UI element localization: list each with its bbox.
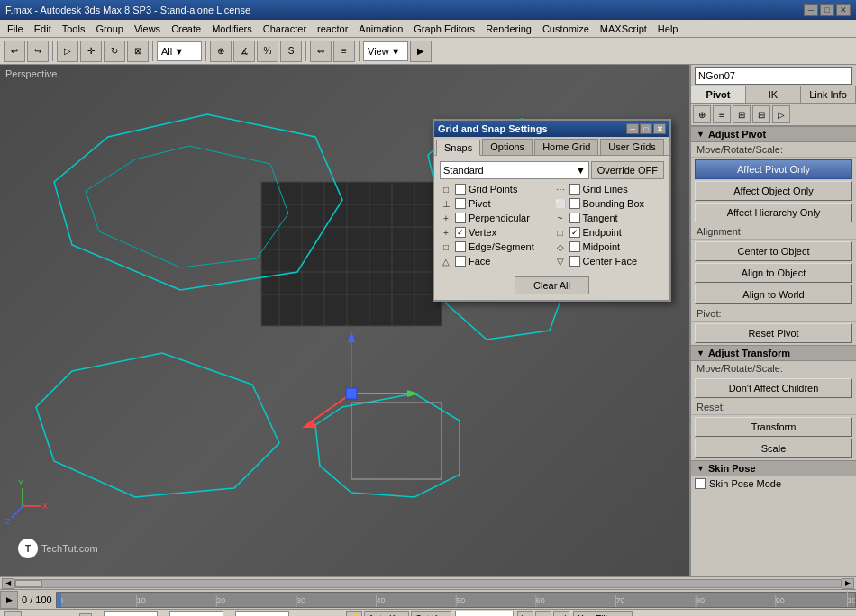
- align-button[interactable]: ≡: [333, 41, 355, 62]
- transform-button[interactable]: Transform: [695, 417, 852, 437]
- close-button[interactable]: ✕: [836, 4, 851, 16]
- status-icon[interactable]: ▶: [4, 611, 22, 617]
- dialog-max-button[interactable]: □: [640, 123, 652, 134]
- object-name-input[interactable]: [695, 67, 852, 85]
- scroll-thumb[interactable]: [15, 580, 42, 587]
- angle-snap-button[interactable]: ∡: [233, 41, 255, 62]
- set-key-button[interactable]: Set Key: [411, 611, 451, 617]
- panel-icon-3[interactable]: ⊞: [733, 105, 751, 123]
- auto-key-button[interactable]: Auto Key: [364, 611, 410, 617]
- endpoint-checkbox[interactable]: ✓: [569, 227, 580, 238]
- bounding-box-checkbox[interactable]: [569, 198, 580, 209]
- panel-icon-4[interactable]: ⊟: [752, 105, 770, 123]
- percent-snap-button[interactable]: %: [257, 41, 278, 62]
- affect-hierarchy-only-button[interactable]: Affect Hierarchy Only: [695, 203, 852, 222]
- timeline-playhead[interactable]: [57, 593, 61, 607]
- menu-animation[interactable]: Animation: [353, 20, 408, 38]
- panel-icon-2[interactable]: ≡: [713, 105, 731, 123]
- spinner-snap-button[interactable]: S: [280, 41, 302, 62]
- menu-character[interactable]: Character: [258, 20, 312, 38]
- perpendicular-checkbox[interactable]: [455, 213, 466, 223]
- minimize-button[interactable]: ─: [804, 4, 818, 16]
- vertex-checkbox[interactable]: ✓: [455, 227, 466, 238]
- menu-rendering[interactable]: Rendering: [480, 20, 537, 38]
- scroll-right-button[interactable]: ▶: [842, 578, 854, 589]
- undo-button[interactable]: ↩: [4, 41, 25, 62]
- dialog-tab-options[interactable]: Options: [482, 139, 533, 155]
- tangent-checkbox[interactable]: [569, 213, 580, 223]
- timeline-play-button[interactable]: ▶: [0, 591, 18, 609]
- menu-create[interactable]: Create: [166, 20, 206, 38]
- timeline-track[interactable]: 0 10 20 30 40 50 60 70 80 90 1: [56, 592, 856, 608]
- reset-pivot-button[interactable]: Reset Pivot: [695, 323, 852, 343]
- key-icon[interactable]: 🔑: [346, 611, 362, 617]
- affect-object-only-button[interactable]: Affect Object Only: [695, 181, 852, 201]
- render-dropdown[interactable]: View ▼: [363, 41, 408, 61]
- override-button[interactable]: Override OFF: [591, 161, 664, 179]
- z-value-input[interactable]: [235, 611, 289, 617]
- affect-pivot-only-button[interactable]: Affect Pivot Only: [695, 159, 852, 179]
- tab-ik[interactable]: IK: [746, 86, 801, 103]
- prev-frame-button[interactable]: |◀: [517, 611, 533, 617]
- dialog-tab-home-grid[interactable]: Home Grid: [534, 139, 598, 155]
- panel-icon-1[interactable]: ⊕: [693, 105, 711, 123]
- scroll-left-button[interactable]: ◀: [2, 578, 14, 589]
- redo-button[interactable]: ↪: [27, 41, 49, 62]
- selected-dropdown[interactable]: Selected: [455, 611, 514, 617]
- rotate-button[interactable]: ↻: [104, 41, 125, 62]
- dialog-min-button[interactable]: ─: [626, 123, 639, 134]
- menu-group[interactable]: Group: [90, 20, 129, 38]
- next-frame-button[interactable]: ▶|: [553, 611, 569, 617]
- align-to-world-button[interactable]: Align to World: [695, 285, 852, 304]
- menu-tools[interactable]: Tools: [57, 20, 91, 38]
- center-face-checkbox[interactable]: [569, 256, 580, 267]
- svg-text:60: 60: [535, 596, 544, 605]
- menu-graph-editors[interactable]: Graph Editors: [408, 20, 480, 38]
- select-button[interactable]: ▷: [57, 41, 78, 62]
- snap-toggle-button[interactable]: ⊕: [210, 41, 232, 62]
- h-scrollbar[interactable]: ◀ ▶: [0, 576, 856, 589]
- menu-help[interactable]: Help: [652, 20, 684, 38]
- watermark-logo: T: [18, 539, 38, 558]
- menu-views[interactable]: Views: [129, 20, 166, 38]
- menu-file[interactable]: File: [2, 20, 29, 38]
- align-to-object-button[interactable]: Align to Object: [695, 263, 852, 283]
- menu-maxscript[interactable]: MAXScript: [595, 20, 652, 38]
- menu-edit[interactable]: Edit: [29, 20, 57, 38]
- tab-pivot[interactable]: Pivot: [691, 86, 746, 103]
- snap-item-bounding-box: ⬜ Bounding Box: [554, 197, 665, 210]
- menu-reactor[interactable]: reactor: [312, 20, 353, 38]
- x-value-input[interactable]: [104, 611, 158, 617]
- grid-points-checkbox[interactable]: [455, 184, 466, 195]
- menu-modifiers[interactable]: Modifiers: [206, 20, 258, 38]
- dialog-close-button[interactable]: ✕: [653, 123, 666, 134]
- dont-affect-children-button[interactable]: Don't Affect Children: [695, 378, 852, 398]
- key-filters-button[interactable]: Key Filters...: [573, 611, 633, 617]
- center-to-object-button[interactable]: Center to Object: [695, 241, 852, 261]
- filter-dropdown[interactable]: All ▼: [157, 41, 202, 61]
- skin-pose-mode-checkbox[interactable]: [695, 478, 706, 489]
- move-button[interactable]: ✛: [80, 41, 102, 62]
- maximize-button[interactable]: □: [820, 4, 834, 16]
- panel-icon-5[interactable]: ▷: [772, 105, 790, 123]
- viewport[interactable]: Perspective: [0, 65, 689, 576]
- midpoint-checkbox[interactable]: [569, 241, 580, 252]
- grid-lines-checkbox[interactable]: [569, 184, 580, 195]
- dialog-tab-snaps[interactable]: Snaps: [436, 140, 480, 156]
- scale-reset-button[interactable]: Scale: [695, 439, 852, 458]
- snap-type-dropdown[interactable]: Standard ▼: [440, 161, 589, 179]
- y-value-input[interactable]: [169, 611, 223, 617]
- edge-segment-checkbox[interactable]: [455, 241, 466, 252]
- clear-all-button[interactable]: Clear All: [515, 276, 589, 294]
- pivot-checkbox[interactable]: [455, 198, 466, 209]
- dialog-tab-user-grids[interactable]: User Grids: [600, 139, 664, 155]
- mirror-button[interactable]: ⇔: [310, 41, 332, 62]
- lock-icon[interactable]: 🔒: [79, 613, 92, 617]
- face-checkbox[interactable]: [455, 256, 466, 267]
- play-button[interactable]: ▶: [535, 611, 551, 617]
- tab-link-info[interactable]: Link Info: [801, 86, 856, 103]
- menu-customize[interactable]: Customize: [537, 20, 595, 38]
- scroll-track[interactable]: [14, 579, 842, 588]
- scale-button[interactable]: ⊠: [127, 41, 149, 62]
- render-button[interactable]: ▶: [410, 41, 432, 62]
